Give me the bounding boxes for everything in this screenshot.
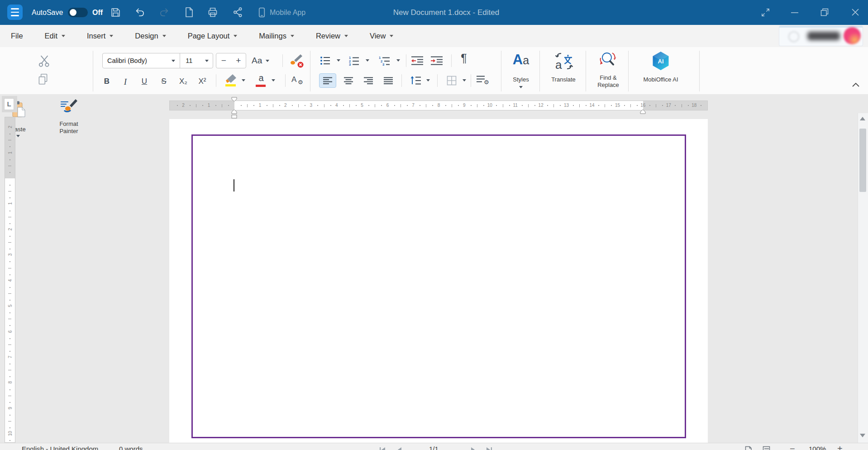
app-window: AutoSave Off Mobile App New Document 1.d… bbox=[0, 0, 868, 450]
line-spacing-dropdown-arrow[interactable] bbox=[426, 79, 430, 81]
hanging-indent-marker[interactable] bbox=[231, 109, 237, 119]
fullscreen-icon[interactable] bbox=[760, 7, 771, 18]
align-justify-button[interactable] bbox=[380, 73, 397, 88]
line-spacing-button[interactable] bbox=[408, 73, 424, 88]
clear-formatting-icon[interactable] bbox=[289, 54, 304, 68]
font-size-combo[interactable]: 11 bbox=[180, 53, 213, 68]
highlight-color-button[interactable] bbox=[223, 73, 239, 88]
ruler-tick bbox=[10, 249, 10, 249]
scroll-down-arrow-icon[interactable] bbox=[860, 434, 865, 437]
menu-file[interactable]: File bbox=[11, 32, 23, 40]
find-replace-button[interactable]: Find & Replace bbox=[588, 50, 628, 93]
numbered-list-icon: 1 2 3 bbox=[349, 56, 360, 66]
subscript-button[interactable]: X₂ bbox=[176, 77, 191, 86]
scroll-up-arrow-icon[interactable] bbox=[860, 117, 865, 120]
zoom-out-button[interactable]: − bbox=[790, 444, 795, 450]
multilevel-list-dropdown-arrow[interactable] bbox=[396, 59, 400, 62]
undo-icon[interactable] bbox=[134, 7, 146, 18]
align-left-button[interactable] bbox=[319, 73, 336, 88]
change-case-button[interactable]: Aa bbox=[252, 53, 275, 68]
paragraph-settings-button[interactable]: ⚙ bbox=[476, 74, 492, 88]
increase-font-button[interactable]: + bbox=[236, 56, 241, 66]
borders-button[interactable] bbox=[444, 73, 460, 88]
superscript-button[interactable]: X² bbox=[195, 77, 210, 86]
print-icon[interactable] bbox=[207, 7, 218, 18]
close-button[interactable] bbox=[851, 8, 860, 17]
translate-button[interactable]: a Translate bbox=[542, 50, 585, 93]
align-right-button[interactable] bbox=[360, 73, 377, 88]
share-icon[interactable] bbox=[233, 7, 243, 18]
zoom-level[interactable]: 100% bbox=[809, 445, 826, 450]
ruler-tick bbox=[241, 105, 242, 106]
borders-dropdown-arrow[interactable] bbox=[463, 79, 466, 81]
ruler-tick bbox=[496, 105, 497, 106]
align-center-button[interactable] bbox=[340, 73, 357, 88]
menu-page-layout[interactable]: Page Layout bbox=[188, 32, 238, 40]
menu-design[interactable]: Design bbox=[135, 32, 166, 40]
mobioffice-ai-button[interactable]: AI MobiOffice AI bbox=[631, 50, 691, 93]
scrollbar-thumb[interactable] bbox=[859, 129, 866, 192]
zoom-in-button[interactable]: + bbox=[837, 444, 843, 450]
new-document-icon[interactable] bbox=[184, 7, 195, 18]
ruler-tick bbox=[10, 261, 10, 262]
numbered-list-dropdown-arrow[interactable] bbox=[366, 59, 369, 62]
highlight-color-dropdown-arrow[interactable] bbox=[242, 79, 245, 81]
menu-label: Design bbox=[135, 32, 158, 40]
bold-button[interactable]: B bbox=[100, 77, 114, 86]
font-color-button[interactable]: a bbox=[254, 73, 268, 88]
page-view-icon[interactable] bbox=[744, 446, 752, 450]
ruler-tick bbox=[10, 172, 10, 173]
decrease-indent-button[interactable] bbox=[410, 55, 425, 67]
minimize-button[interactable] bbox=[791, 12, 799, 14]
ruler-number: 1 bbox=[8, 201, 13, 207]
bullet-list-dropdown-arrow[interactable] bbox=[337, 59, 340, 62]
avatar[interactable] bbox=[844, 27, 861, 44]
autosave-toggle[interactable] bbox=[68, 8, 88, 17]
collapse-ribbon-chevron-icon[interactable] bbox=[850, 80, 862, 90]
maximize-restore-button[interactable] bbox=[820, 8, 829, 17]
multilevel-list-button[interactable]: 1 2 3 bbox=[377, 54, 393, 67]
strikethrough-button[interactable]: S bbox=[157, 77, 171, 86]
menu-review[interactable]: Review bbox=[316, 32, 348, 40]
ruler-number: 5 bbox=[8, 303, 13, 309]
horizontal-ruler[interactable]: 21123456789101112131415161718 bbox=[169, 101, 708, 110]
next-page-button[interactable] bbox=[471, 447, 476, 450]
decrease-font-button[interactable]: − bbox=[221, 56, 226, 66]
copy-icon[interactable] bbox=[37, 73, 49, 86]
font-name-combo[interactable]: Calibri (Body) bbox=[103, 53, 180, 68]
show-formatting-marks-button[interactable]: ¶ bbox=[458, 52, 470, 69]
menu-insert[interactable]: Insert bbox=[87, 32, 113, 40]
account-chip[interactable] bbox=[779, 26, 863, 46]
font-settings-button[interactable]: A ⚙ bbox=[291, 74, 307, 88]
main-menu-button[interactable] bbox=[7, 5, 23, 20]
last-page-button[interactable] bbox=[486, 447, 492, 450]
underline-button[interactable]: U bbox=[138, 77, 151, 86]
web-view-icon[interactable] bbox=[763, 446, 770, 450]
menu-mailings[interactable]: Mailings bbox=[259, 32, 294, 40]
menu-view[interactable]: View bbox=[370, 32, 393, 40]
tab-stop-selector[interactable]: L bbox=[4, 98, 14, 110]
first-line-indent-marker[interactable] bbox=[231, 97, 237, 102]
numbered-list-button[interactable]: 1 2 3 bbox=[347, 54, 362, 67]
styles-button[interactable]: Aa Styles bbox=[504, 50, 538, 93]
find-replace-label: Find & bbox=[588, 74, 628, 81]
ruler-number: 8 bbox=[435, 103, 442, 108]
vertical-ruler[interactable]: 2112345678910 bbox=[5, 117, 15, 443]
bullet-list-button[interactable] bbox=[318, 54, 333, 67]
increase-indent-button[interactable] bbox=[429, 55, 444, 67]
language-selector[interactable]: English - United Kingdom bbox=[22, 445, 98, 450]
save-icon[interactable] bbox=[110, 7, 121, 18]
previous-page-button[interactable] bbox=[396, 447, 402, 450]
translate-label: Translate bbox=[542, 76, 585, 83]
word-count[interactable]: 0 words bbox=[119, 445, 143, 450]
ruler-number: 16 bbox=[640, 103, 646, 108]
format-painter-button[interactable]: Format Painter bbox=[56, 97, 81, 139]
menu-edit[interactable]: Edit bbox=[45, 32, 65, 40]
first-page-button[interactable] bbox=[379, 447, 386, 450]
mobioffice-ai-icon: AI bbox=[651, 51, 671, 72]
cut-icon[interactable] bbox=[38, 55, 51, 67]
italic-button[interactable]: I bbox=[119, 77, 132, 87]
right-indent-marker[interactable] bbox=[640, 109, 646, 114]
font-color-dropdown-arrow[interactable] bbox=[272, 79, 275, 81]
redo-icon[interactable] bbox=[158, 7, 170, 18]
